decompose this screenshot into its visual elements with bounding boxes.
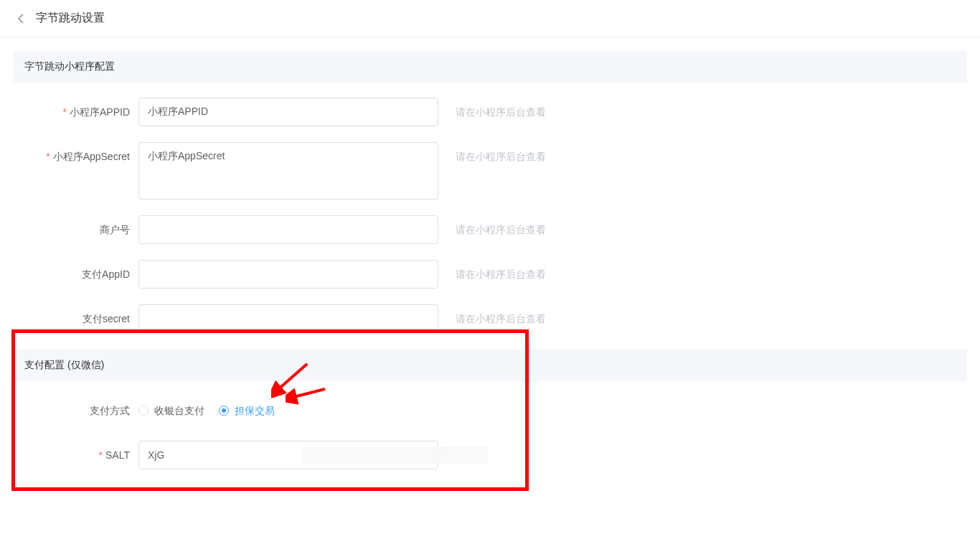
radio-label-cashier: 收银台支付	[154, 396, 204, 425]
page-title: 字节跳动设置	[36, 11, 105, 26]
input-pay-secret[interactable]	[138, 304, 438, 333]
input-appsecret[interactable]: 小程序AppSecret	[138, 142, 438, 200]
input-pay-appid[interactable]	[138, 260, 438, 289]
section-header-payment: 支付配置 (仅微信)	[13, 349, 967, 382]
hint-appsecret: 请在小程序后台查看	[456, 142, 546, 171]
back-icon[interactable]	[14, 11, 29, 26]
input-salt[interactable]	[138, 441, 438, 469]
label-pay-secret: 支付secret	[13, 304, 138, 333]
radio-circle-secured	[219, 406, 229, 416]
radio-secured[interactable]: 担保交易	[219, 396, 275, 425]
hint-merchant: 请在小程序后台查看	[456, 215, 546, 244]
section-header-miniprogram: 字节跳动小程序配置	[13, 50, 967, 83]
radio-cashier[interactable]: 收银台支付	[138, 396, 204, 425]
label-merchant: 商户号	[13, 215, 138, 244]
hint-appid: 请在小程序后台查看	[456, 98, 546, 126]
radio-circle-cashier	[138, 406, 149, 416]
label-pay-method: 支付方式	[13, 396, 138, 425]
radio-label-secured: 担保交易	[235, 396, 275, 425]
label-appid: *小程序APPID	[13, 98, 138, 126]
input-merchant[interactable]	[138, 215, 438, 244]
label-salt: *SALT	[13, 441, 138, 469]
label-pay-appid: 支付AppID	[13, 260, 138, 289]
hint-pay-secret: 请在小程序后台查看	[456, 304, 546, 333]
input-appid[interactable]	[138, 98, 438, 126]
label-appsecret: *小程序AppSecret	[13, 142, 138, 171]
hint-pay-appid: 请在小程序后台查看	[456, 260, 546, 289]
